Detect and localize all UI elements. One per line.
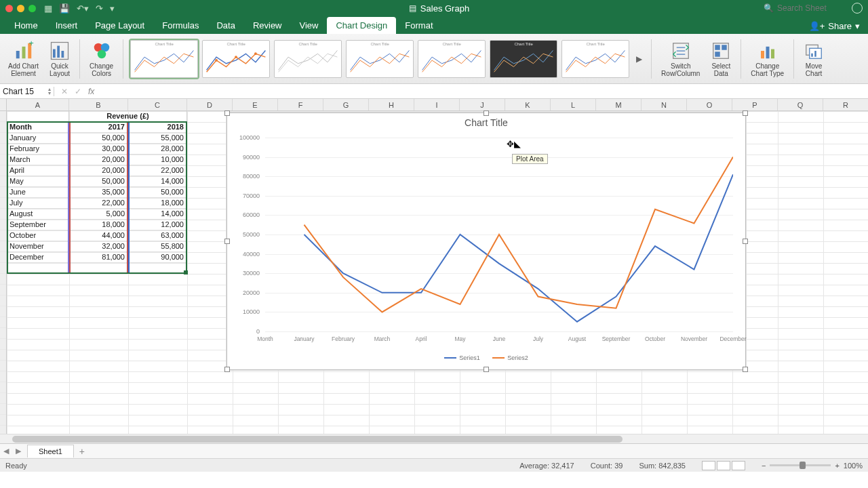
column-header[interactable]: H [369,99,414,110]
layout-icon[interactable]: ▦ [44,3,52,14]
scrollbar-thumb[interactable] [12,436,623,443]
sheet-prev-icon[interactable]: ◀ [0,447,12,455]
row-header[interactable] [0,187,6,198]
column-header[interactable]: F [278,99,323,110]
cell[interactable]: May [7,176,69,187]
cell[interactable]: December [7,252,69,263]
row-header[interactable] [0,382,6,393]
name-box[interactable]: Chart 15 ▴▾ [0,87,54,96]
cell[interactable]: September [7,220,69,230]
page-break-view-icon[interactable] [732,461,745,470]
cancel-formula-icon[interactable]: ✕ [61,87,68,96]
name-box-stepper-icon[interactable]: ▴▾ [48,87,51,96]
cell[interactable]: 2017 [69,122,128,133]
select-data-button[interactable]: Select Data [707,39,735,79]
cell[interactable]: 18,000 [128,198,187,209]
tab-page-layout[interactable]: Page Layout [86,17,153,34]
row-header[interactable] [0,296,6,306]
column-header[interactable]: O [687,99,732,110]
row-header[interactable] [0,230,6,241]
move-chart-button[interactable]: Move Chart [800,39,828,79]
chart-style-thumb[interactable]: Chart Title [202,40,270,78]
cell[interactable]: 63,000 [128,230,187,241]
column-header[interactable]: B [69,99,128,110]
cell[interactable]: 18,000 [69,220,128,230]
row-header[interactable] [0,209,6,220]
chart-style-thumb[interactable]: Chart Title [561,40,629,78]
row-header[interactable] [0,306,6,317]
cell[interactable]: July [7,198,69,209]
row-header[interactable] [0,263,6,274]
row-header[interactable] [0,198,6,209]
column-header[interactable]: I [414,99,460,110]
tab-chart-design[interactable]: Chart Design [327,17,396,34]
row-header[interactable] [0,252,6,263]
row-header[interactable] [0,393,6,404]
resize-handle[interactable] [743,110,748,116]
column-header[interactable]: J [460,99,505,110]
view-mode-buttons[interactable] [702,461,745,470]
cell[interactable]: 20,000 [69,155,128,165]
sheet-next-icon[interactable]: ▶ [12,447,24,455]
tab-home[interactable]: Home [5,17,47,34]
row-header[interactable] [0,415,6,426]
worksheet-grid[interactable]: ABCDEFGHIJKLMNOPQR Revenue (£)Month20172… [0,99,868,443]
cell[interactable]: Month [7,122,69,133]
chart-style-thumb[interactable]: Chart Title [490,40,557,78]
tab-formulas[interactable]: Formulas [153,17,208,34]
plot-area[interactable] [265,138,733,331]
cell[interactable]: November [7,241,69,252]
cell[interactable]: August [7,209,69,220]
redo-icon[interactable]: ↷ [96,3,103,14]
row-header[interactable] [0,133,6,144]
resize-handle[interactable] [743,367,748,372]
chart-style-thumb[interactable]: Chart Title [274,40,342,78]
cell[interactable]: February [7,144,69,155]
add-chart-element-button[interactable]: + Add Chart Element [4,39,43,79]
zoom-control[interactable]: − + 100% [762,462,863,470]
column-header[interactable]: L [551,99,596,110]
row-header[interactable] [0,144,6,155]
cell[interactable]: March [7,155,69,165]
account-avatar-icon[interactable] [852,3,863,14]
cell[interactable]: 28,000 [128,144,187,155]
column-header[interactable]: P [732,99,778,110]
cell[interactable] [7,111,69,122]
cell[interactable]: 55,000 [128,133,187,144]
cell[interactable]: 14,000 [128,209,187,220]
column-header[interactable]: C [128,99,187,110]
search-input[interactable] [777,3,845,13]
quick-layout-button[interactable]: Quick Layout [45,39,74,79]
row-header[interactable] [0,274,6,285]
select-all-corner[interactable] [0,99,7,110]
row-header[interactable] [0,328,6,339]
row-header[interactable] [0,176,6,187]
styles-next-icon[interactable]: ▶ [633,40,644,78]
quick-access-more-icon[interactable]: ▾ [110,3,115,14]
resize-handle[interactable] [743,239,748,244]
cell[interactable]: April [7,165,69,176]
switch-row-column-button[interactable]: Switch Row/Column [657,39,704,79]
resize-handle[interactable] [224,110,230,116]
cell[interactable]: 55,800 [128,241,187,252]
cell[interactable]: Revenue (£) [69,111,187,122]
cell[interactable]: 10,000 [128,155,187,165]
cell[interactable]: 44,000 [69,230,128,241]
close-window-icon[interactable] [5,5,13,12]
zoom-in-icon[interactable]: + [835,462,839,470]
cell[interactable]: 22,000 [128,165,187,176]
column-header[interactable]: M [596,99,642,110]
cell[interactable]: 14,000 [128,176,187,187]
tab-review[interactable]: Review [244,17,291,34]
minimize-window-icon[interactable] [17,5,24,12]
row-header[interactable] [0,339,6,350]
share-button[interactable]: 👤+ Share ▾ [801,18,868,34]
tab-view[interactable]: View [291,17,328,34]
chart-legend[interactable]: Series1 Series2 [227,353,745,361]
undo-icon[interactable]: ↶▾ [77,3,89,14]
row-header[interactable] [0,361,6,371]
cell[interactable]: 30,000 [69,144,128,155]
row-header[interactable] [0,165,6,176]
chart-style-thumb[interactable]: Chart Title [418,40,486,78]
chart-style-thumb[interactable]: Chart Title [346,40,414,78]
